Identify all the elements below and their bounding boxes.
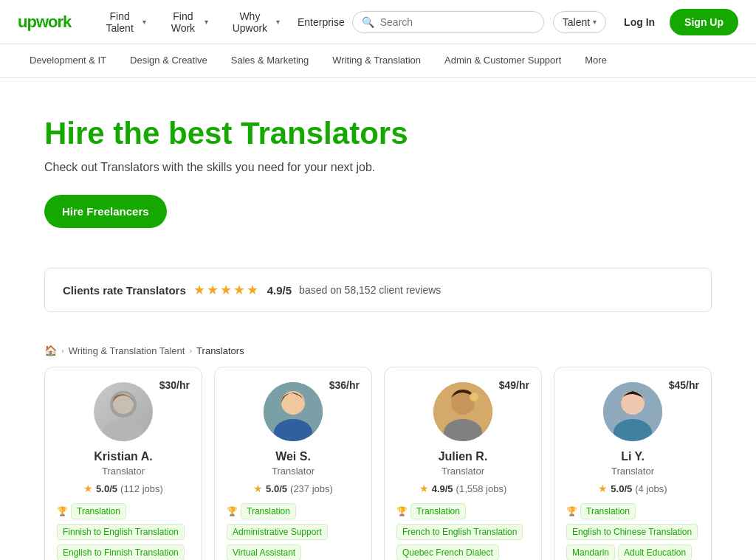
tag-main-0: Translation [71, 503, 126, 519]
freelancer-name-1: Wei S. [275, 450, 311, 463]
freelancer-card-3: $45/hr Li Y. Translator ★ 5.0/5 (4 jobs)… [554, 367, 712, 560]
svg-point-1 [103, 419, 144, 441]
jobs-count-0: (112 jobs) [120, 483, 163, 494]
rating-banner: Clients rate Translators ★★★★★ 4.9/5 bas… [44, 268, 712, 312]
tags-section-1: 🏆 Translation Administrative Support Vir… [227, 503, 360, 560]
rating-num-0: 5.0/5 [96, 483, 117, 494]
breadcrumb: 🏠 › Writing & Translation Talent › Trans… [0, 330, 756, 367]
avatar-3 [603, 382, 662, 441]
tag-0-1: English to Finnish Translation [57, 545, 185, 560]
freelancer-card-2: $49/hr Julien R. Translator ★ 4.9/5 (1,5… [384, 367, 542, 560]
cat-development[interactable]: Development & IT [18, 44, 118, 77]
login-button[interactable]: Log In [618, 10, 661, 34]
rating-row-2: ★ 4.9/5 (1,558 jobs) [419, 483, 507, 494]
jobs-count-3: (4 jobs) [635, 483, 667, 494]
cat-more[interactable]: More [573, 44, 619, 77]
tag-1-0: Administrative Support [227, 524, 328, 540]
avatar-2 [433, 382, 492, 441]
rating-reviews: based on 58,152 client reviews [299, 284, 441, 296]
tag-icon-1: 🏆 [227, 506, 238, 516]
freelancer-title-3: Translator [611, 466, 654, 477]
tag-1-1: Virtual Assistant [227, 545, 301, 560]
rating-score: 4.9/5 [267, 284, 292, 297]
tag-main-2: Translation [410, 503, 466, 519]
chevron-down-icon: ▾ [593, 18, 597, 26]
freelancer-card-1: $36/hr Wei S. Translator ★ 5.0/5 (237 jo… [214, 367, 372, 560]
hero-subtitle: Check out Translators with the skills yo… [44, 161, 712, 174]
rating-row-1: ★ 5.0/5 (237 jobs) [253, 483, 333, 494]
hero-title: Hire the best Translators [44, 115, 712, 152]
navbar: upwork Find Talent ▾ Find Work ▾ Why Upw… [0, 0, 756, 44]
hire-freelancers-button[interactable]: Hire Freelancers [44, 195, 167, 228]
nav-why-upwork[interactable]: Why Upwork ▾ [219, 4, 287, 40]
rating-stars: ★★★★★ [193, 282, 260, 298]
avatar-1 [264, 382, 323, 441]
talent-dropdown[interactable]: Talent ▾ [553, 11, 606, 33]
breadcrumb-current: Translators [196, 345, 244, 356]
nav-find-talent[interactable]: Find Talent ▾ [92, 4, 154, 40]
search-input[interactable] [380, 16, 535, 28]
avatar-0 [94, 382, 153, 441]
cat-writing[interactable]: Writing & Translation [320, 44, 433, 77]
svg-point-11 [621, 391, 645, 415]
signup-button[interactable]: Sign Up [670, 9, 738, 35]
search-bar: 🔍 [352, 11, 544, 33]
hero-section: Hire the best Translators Check out Tran… [0, 78, 756, 250]
tag-icon-2: 🏆 [396, 506, 408, 516]
star-icon-0: ★ [83, 483, 93, 494]
rating-row-0: ★ 5.0/5 (112 jobs) [83, 483, 163, 494]
rating-row-3: ★ 5.0/5 (4 jobs) [598, 483, 667, 494]
tag-main-1: Translation [241, 503, 296, 519]
category-nav: Development & IT Design & Creative Sales… [0, 44, 756, 78]
tag-0-0: Finnish to English Translation [57, 524, 185, 540]
jobs-count-1: (237 jobs) [290, 483, 333, 494]
cat-design[interactable]: Design & Creative [118, 44, 219, 77]
nav-find-work[interactable]: Find Work ▾ [157, 4, 216, 40]
rating-num-3: 5.0/5 [611, 483, 632, 494]
breadcrumb-sep-2: › [189, 346, 192, 355]
nav-links: Find Talent ▾ Find Work ▾ Why Upwork ▾ E… [92, 4, 352, 40]
star-icon-3: ★ [598, 483, 608, 494]
tag-3-2: Adult Education [618, 545, 692, 560]
card-rate-0: $30/hr [159, 379, 190, 391]
freelancer-title-1: Translator [272, 466, 315, 477]
tag-icon-3: 🏆 [566, 506, 577, 516]
tag-2-0: French to English Translation [396, 524, 523, 540]
chevron-down-icon: ▾ [142, 18, 146, 26]
freelancer-title-2: Translator [441, 466, 484, 477]
rating-banner-text: Clients rate Translators [63, 284, 186, 297]
tag-3-1: Mandarin [566, 545, 615, 560]
rating-num-2: 4.9/5 [432, 483, 453, 494]
logo[interactable]: upwork [18, 13, 71, 32]
chevron-down-icon: ▾ [276, 18, 280, 26]
card-rate-3: $45/hr [669, 379, 699, 391]
breadcrumb-writing[interactable]: Writing & Translation Talent [69, 345, 185, 356]
home-icon[interactable]: 🏠 [44, 345, 57, 356]
tags-section-2: 🏆 Translation French to English Translat… [396, 503, 529, 560]
breadcrumb-sep-1: › [61, 346, 64, 355]
card-rate-1: $36/hr [329, 379, 360, 391]
jobs-count-2: (1,558 jobs) [456, 483, 507, 494]
freelancer-cards: $30/hr Kristian A. Translator ★ 5.0/5 (1… [0, 367, 756, 560]
freelancer-name-2: Julien R. [439, 450, 488, 463]
tag-2-1: Quebec French Dialect [396, 545, 499, 560]
card-rate-2: $49/hr [499, 379, 529, 391]
cat-admin[interactable]: Admin & Customer Support [433, 44, 573, 77]
search-icon: 🔍 [362, 16, 374, 28]
tag-3-0: English to Chinese Translation [566, 524, 698, 540]
freelancer-title-0: Translator [102, 466, 145, 477]
svg-point-9 [470, 393, 478, 401]
tag-icon-0: 🏆 [57, 506, 68, 516]
nav-enterprise[interactable]: Enterprise [290, 10, 352, 34]
cat-sales[interactable]: Sales & Marketing [219, 44, 321, 77]
tags-section-3: 🏆 Translation English to Chinese Transla… [566, 503, 699, 560]
freelancer-card-0: $30/hr Kristian A. Translator ★ 5.0/5 (1… [44, 367, 202, 560]
tags-section-0: 🏆 Translation Finnish to English Transla… [57, 503, 190, 560]
rating-num-1: 5.0/5 [266, 483, 287, 494]
freelancer-name-3: Li Y. [621, 450, 645, 463]
tag-main-3: Translation [580, 503, 636, 519]
star-icon-2: ★ [419, 483, 429, 494]
svg-point-4 [281, 391, 305, 415]
freelancer-name-0: Kristian A. [94, 450, 152, 463]
chevron-down-icon: ▾ [205, 18, 208, 26]
